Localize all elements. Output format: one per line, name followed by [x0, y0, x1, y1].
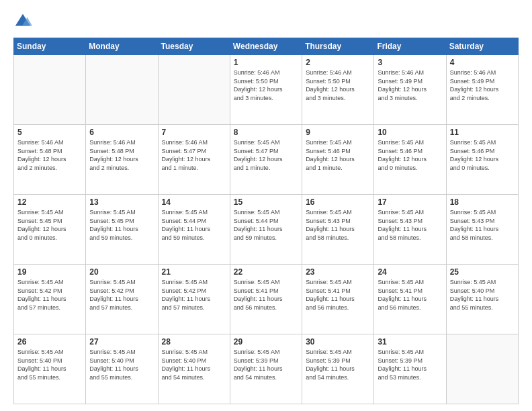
day-number: 3: [378, 58, 442, 67]
day-info: Sunrise: 5:46 AM Sunset: 5:49 PM Dayligh…: [378, 68, 442, 102]
day-info: Sunrise: 5:45 AM Sunset: 5:46 PM Dayligh…: [450, 138, 515, 172]
calendar-cell: 15Sunrise: 5:45 AM Sunset: 5:44 PM Dayli…: [230, 195, 302, 265]
calendar-cell: [158, 55, 230, 125]
day-number: 19: [17, 267, 82, 277]
day-number: 2: [306, 58, 370, 67]
day-number: 7: [162, 128, 226, 137]
calendar-header-monday: Monday: [86, 38, 158, 55]
day-info: Sunrise: 5:46 AM Sunset: 5:48 PM Dayligh…: [89, 138, 154, 172]
day-info: Sunrise: 5:45 AM Sunset: 5:44 PM Dayligh…: [162, 208, 226, 242]
day-info: Sunrise: 5:45 AM Sunset: 5:40 PM Dayligh…: [450, 278, 515, 312]
day-number: 23: [306, 267, 370, 277]
day-info: Sunrise: 5:45 AM Sunset: 5:47 PM Dayligh…: [234, 138, 298, 172]
calendar-cell: 26Sunrise: 5:45 AM Sunset: 5:40 PM Dayli…: [14, 334, 86, 404]
calendar-cell: 18Sunrise: 5:45 AM Sunset: 5:43 PM Dayli…: [446, 195, 518, 265]
calendar-cell: 29Sunrise: 5:45 AM Sunset: 5:39 PM Dayli…: [230, 334, 302, 404]
calendar-table: SundayMondayTuesdayWednesdayThursdayFrid…: [13, 38, 519, 404]
calendar-cell: 25Sunrise: 5:45 AM Sunset: 5:40 PM Dayli…: [446, 265, 518, 334]
calendar-cell: 22Sunrise: 5:45 AM Sunset: 5:41 PM Dayli…: [230, 265, 302, 334]
day-number: 26: [17, 337, 82, 347]
day-number: 25: [450, 267, 515, 277]
calendar-cell: [446, 334, 518, 404]
calendar-cell: 8Sunrise: 5:45 AM Sunset: 5:47 PM Daylig…: [230, 125, 302, 195]
calendar-cell: 5Sunrise: 5:46 AM Sunset: 5:48 PM Daylig…: [14, 125, 86, 195]
day-info: Sunrise: 5:45 AM Sunset: 5:40 PM Dayligh…: [17, 348, 82, 381]
day-number: 6: [89, 128, 154, 137]
day-number: 15: [234, 197, 298, 207]
calendar-cell: 21Sunrise: 5:45 AM Sunset: 5:42 PM Dayli…: [158, 265, 230, 334]
calendar-cell: 31Sunrise: 5:45 AM Sunset: 5:39 PM Dayli…: [374, 334, 446, 404]
calendar-cell: 24Sunrise: 5:45 AM Sunset: 5:41 PM Dayli…: [374, 265, 446, 334]
calendar-week-3: 12Sunrise: 5:45 AM Sunset: 5:45 PM Dayli…: [14, 195, 519, 265]
day-number: 27: [89, 337, 154, 347]
day-info: Sunrise: 5:45 AM Sunset: 5:41 PM Dayligh…: [234, 278, 298, 312]
day-info: Sunrise: 5:45 AM Sunset: 5:44 PM Dayligh…: [234, 208, 298, 242]
day-number: 11: [450, 128, 515, 137]
day-number: 31: [378, 337, 442, 347]
day-number: 22: [234, 267, 298, 277]
calendar-header-thursday: Thursday: [302, 38, 374, 55]
calendar-cell: 14Sunrise: 5:45 AM Sunset: 5:44 PM Dayli…: [158, 195, 230, 265]
day-number: 16: [306, 197, 370, 207]
day-number: 20: [89, 267, 154, 277]
calendar-cell: 19Sunrise: 5:45 AM Sunset: 5:42 PM Dayli…: [14, 265, 86, 334]
calendar-cell: 3Sunrise: 5:46 AM Sunset: 5:49 PM Daylig…: [374, 55, 446, 125]
page: SundayMondayTuesdayWednesdayThursdayFrid…: [0, 0, 532, 411]
day-info: Sunrise: 5:45 AM Sunset: 5:42 PM Dayligh…: [89, 278, 154, 312]
logo-icon: [13, 12, 32, 31]
day-number: 8: [234, 128, 298, 137]
calendar-cell: 1Sunrise: 5:46 AM Sunset: 5:50 PM Daylig…: [230, 55, 302, 125]
calendar-week-2: 5Sunrise: 5:46 AM Sunset: 5:48 PM Daylig…: [14, 125, 519, 195]
calendar-cell: 10Sunrise: 5:45 AM Sunset: 5:46 PM Dayli…: [374, 125, 446, 195]
day-number: 18: [450, 197, 515, 207]
calendar-cell: 23Sunrise: 5:45 AM Sunset: 5:41 PM Dayli…: [302, 265, 374, 334]
calendar-week-5: 26Sunrise: 5:45 AM Sunset: 5:40 PM Dayli…: [14, 334, 519, 404]
calendar-cell: 13Sunrise: 5:45 AM Sunset: 5:45 PM Dayli…: [86, 195, 158, 265]
calendar-header-wednesday: Wednesday: [230, 38, 302, 55]
day-number: 1: [234, 58, 298, 67]
day-info: Sunrise: 5:45 AM Sunset: 5:40 PM Dayligh…: [162, 348, 226, 381]
day-info: Sunrise: 5:45 AM Sunset: 5:41 PM Dayligh…: [378, 278, 442, 312]
calendar-cell: 4Sunrise: 5:46 AM Sunset: 5:49 PM Daylig…: [446, 55, 518, 125]
day-info: Sunrise: 5:45 AM Sunset: 5:46 PM Dayligh…: [306, 138, 370, 172]
day-info: Sunrise: 5:45 AM Sunset: 5:45 PM Dayligh…: [89, 208, 154, 242]
day-info: Sunrise: 5:46 AM Sunset: 5:49 PM Dayligh…: [450, 68, 515, 102]
day-number: 28: [162, 337, 226, 347]
day-info: Sunrise: 5:45 AM Sunset: 5:39 PM Dayligh…: [306, 348, 370, 381]
calendar-cell: 17Sunrise: 5:45 AM Sunset: 5:43 PM Dayli…: [374, 195, 446, 265]
calendar-cell: 16Sunrise: 5:45 AM Sunset: 5:43 PM Dayli…: [302, 195, 374, 265]
day-info: Sunrise: 5:45 AM Sunset: 5:43 PM Dayligh…: [378, 208, 442, 242]
calendar-cell: 27Sunrise: 5:45 AM Sunset: 5:40 PM Dayli…: [86, 334, 158, 404]
calendar-cell: 2Sunrise: 5:46 AM Sunset: 5:50 PM Daylig…: [302, 55, 374, 125]
day-info: Sunrise: 5:45 AM Sunset: 5:39 PM Dayligh…: [234, 348, 298, 381]
day-number: 21: [162, 267, 226, 277]
day-number: 10: [378, 128, 442, 137]
day-info: Sunrise: 5:45 AM Sunset: 5:42 PM Dayligh…: [17, 278, 82, 312]
calendar-header-saturday: Saturday: [446, 38, 518, 55]
day-number: 13: [89, 197, 154, 207]
calendar-cell: 11Sunrise: 5:45 AM Sunset: 5:46 PM Dayli…: [446, 125, 518, 195]
calendar-cell: 20Sunrise: 5:45 AM Sunset: 5:42 PM Dayli…: [86, 265, 158, 334]
calendar-header-row: SundayMondayTuesdayWednesdayThursdayFrid…: [14, 38, 519, 55]
calendar-cell: 28Sunrise: 5:45 AM Sunset: 5:40 PM Dayli…: [158, 334, 230, 404]
day-number: 29: [234, 337, 298, 347]
day-info: Sunrise: 5:46 AM Sunset: 5:50 PM Dayligh…: [234, 68, 298, 102]
day-number: 4: [450, 58, 515, 67]
calendar-week-1: 1Sunrise: 5:46 AM Sunset: 5:50 PM Daylig…: [14, 55, 519, 125]
calendar-header-tuesday: Tuesday: [158, 38, 230, 55]
calendar-cell: 9Sunrise: 5:45 AM Sunset: 5:46 PM Daylig…: [302, 125, 374, 195]
day-number: 17: [378, 197, 442, 207]
day-number: 9: [306, 128, 370, 137]
day-info: Sunrise: 5:46 AM Sunset: 5:48 PM Dayligh…: [17, 138, 82, 172]
calendar-cell: [14, 55, 86, 125]
day-info: Sunrise: 5:45 AM Sunset: 5:43 PM Dayligh…: [450, 208, 515, 242]
calendar-cell: 12Sunrise: 5:45 AM Sunset: 5:45 PM Dayli…: [14, 195, 86, 265]
calendar-header-sunday: Sunday: [14, 38, 86, 55]
day-number: 14: [162, 197, 226, 207]
day-info: Sunrise: 5:45 AM Sunset: 5:42 PM Dayligh…: [162, 278, 226, 312]
calendar-week-4: 19Sunrise: 5:45 AM Sunset: 5:42 PM Dayli…: [14, 265, 519, 334]
day-info: Sunrise: 5:46 AM Sunset: 5:50 PM Dayligh…: [306, 68, 370, 102]
calendar-cell: 7Sunrise: 5:46 AM Sunset: 5:47 PM Daylig…: [158, 125, 230, 195]
day-info: Sunrise: 5:46 AM Sunset: 5:47 PM Dayligh…: [162, 138, 226, 172]
day-info: Sunrise: 5:45 AM Sunset: 5:41 PM Dayligh…: [306, 278, 370, 312]
